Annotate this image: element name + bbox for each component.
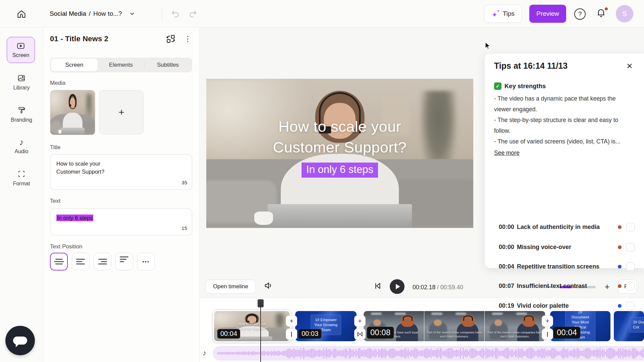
tip-item[interactable]: 00:04 Repetitive transition screens [485, 257, 644, 276]
tip-label: Insufficient text contrast [517, 283, 587, 290]
title-field[interactable]: How to scale your Customer Support? 35 [50, 154, 192, 190]
tip-checkbox[interactable] [626, 282, 635, 290]
add-scene-button[interactable]: + [354, 315, 366, 327]
timeline-clip-3[interactable]: on some companies have such loyal custom… [364, 311, 545, 341]
tab-screen[interactable]: Screen [51, 59, 98, 71]
scene-menu-button[interactable]: ⋮ [182, 32, 193, 46]
add-media-button[interactable]: + [99, 90, 144, 134]
format-icon [17, 170, 26, 178]
sidebar-item-audio[interactable]: ♪ Audio [0, 138, 43, 155]
overlay-highlight-text[interactable]: In only 6 steps [302, 163, 378, 178]
help-button[interactable]: ? [574, 8, 586, 20]
volume-button[interactable] [264, 281, 276, 293]
support-chat-button[interactable] [5, 326, 35, 355]
timeline-clip-2[interactable]: 1# Empower Your Growing Team 00:03 [295, 311, 357, 341]
sidebar-item-library[interactable]: Library [0, 74, 43, 91]
tip-checkbox[interactable] [626, 302, 635, 310]
see-more-link[interactable]: See more [494, 147, 520, 158]
close-button[interactable]: ✕ [625, 61, 635, 71]
tip-time: 00:04 [499, 263, 514, 270]
sidebar-item-branding[interactable]: Branding [0, 106, 43, 123]
text-position-left-button[interactable] [72, 253, 90, 270]
redo-button[interactable] [188, 9, 198, 19]
chevron-down-icon[interactable] [129, 11, 135, 16]
notifications-button[interactable] [596, 7, 609, 21]
music-note-icon: ♪ [203, 349, 206, 357]
tip-label: Missing voice-over [517, 244, 571, 251]
swap-layout-button[interactable] [164, 32, 177, 46]
text-position-right-button[interactable] [94, 253, 111, 270]
tip-time: 00:00 [499, 244, 514, 251]
clip-duration-badge: 00:04 [217, 329, 240, 339]
open-timeline-button[interactable]: Open timeline [205, 280, 256, 294]
media-thumbnail[interactable] [50, 90, 95, 135]
align-center-icon [55, 259, 63, 260]
open-timeline-label: Open timeline [213, 283, 248, 290]
help-icon: ? [578, 10, 582, 18]
transition-button[interactable] [354, 328, 366, 340]
sidebar-item-screen[interactable]: Screen [7, 37, 35, 63]
key-strengths-heading: ✓ Key strengths [494, 82, 546, 90]
tip-checkbox[interactable] [626, 262, 635, 271]
clip-duration-badge: 00:03 [299, 329, 321, 339]
home-button[interactable] [15, 8, 28, 20]
avatar[interactable]: S [616, 5, 633, 22]
tab-elements[interactable]: Elements [98, 59, 144, 71]
split-button[interactable] [542, 328, 553, 340]
video-preview[interactable]: How to scale your Customer Support? In o… [206, 79, 473, 228]
tip-item[interactable]: 00:19 Vivid color palette [485, 296, 644, 315]
play-button[interactable] [390, 279, 405, 294]
tip-item[interactable]: 00:07 Insufficient text contrast [485, 276, 644, 296]
text-position-top-button[interactable] [115, 253, 133, 270]
clip-duration-badge: 00:08 [367, 327, 394, 339]
speaker-icon [264, 281, 274, 291]
severity-dot [618, 225, 622, 229]
tab-subtitles[interactable]: Subtitles [145, 59, 191, 71]
breadcrumb[interactable]: Social Media / How to...? [50, 0, 135, 27]
tip-checkbox[interactable] [626, 223, 635, 231]
clip-frame: Part of the reason some companies have s… [485, 311, 545, 341]
more-text-positions-button[interactable]: ••• [137, 253, 155, 270]
text-field[interactable]: In only 6 steps 15 [50, 208, 192, 235]
notification-dot [604, 7, 608, 11]
topbar-divider [162, 7, 162, 20]
skip-to-start-button[interactable] [373, 281, 384, 292]
divider-icon [291, 332, 292, 337]
text-position-center-button[interactable] [50, 253, 68, 270]
align-top-icon [120, 256, 128, 257]
preview-button[interactable]: Preview [529, 5, 566, 23]
clip-thumbnail: 2# Doc Crit [614, 311, 644, 341]
sidebar-item-format[interactable]: Format [0, 170, 43, 187]
split-button[interactable] [286, 328, 297, 340]
close-icon: ✕ [626, 62, 633, 71]
tip-item[interactable]: 00:00 Lack of authenticity in media [485, 217, 644, 237]
add-scene-button[interactable]: + [542, 315, 553, 327]
tip-checkbox[interactable] [626, 243, 635, 251]
audio-waveform[interactable] [213, 346, 644, 361]
title-label: Title [50, 144, 61, 151]
top-bar: Social Media / How to...? ✦✦ Tips Previe… [0, 0, 644, 27]
sparkles-icon: ✦✦ [491, 9, 500, 18]
library-icon [17, 74, 26, 82]
left-nav-rail: Screen Library Branding ♪ Audio Format [0, 27, 43, 362]
tips-button[interactable]: ✦✦ Tips [484, 5, 522, 23]
tips-panel: Tips at 16:14 11/13 ✕ ✓ Key strengths - … [485, 54, 644, 268]
severity-dot [618, 284, 622, 288]
strength-item: - The use of varied screens (video, list… [494, 136, 632, 147]
tip-item[interactable]: 00:00 Missing voice-over [485, 237, 644, 257]
text-position-label: Text Position [50, 243, 82, 250]
timeline-clip-4[interactable]: 2# Document Your Most Critical Processin… [550, 311, 610, 341]
playhead[interactable] [260, 299, 261, 362]
plus-icon: + [118, 107, 124, 118]
title-field-line1: How to scale your [56, 160, 186, 168]
title-field-line2: Customer Support? [56, 168, 186, 176]
add-scene-button[interactable]: + [286, 315, 297, 327]
overlay-title-line2: Customer Support? [273, 137, 407, 158]
video-text-overlay[interactable]: How to scale your Customer Support? In o… [206, 79, 473, 228]
timeline-clip-1[interactable]: How to scale your Customer Support? 00:0… [214, 311, 290, 341]
undo-button[interactable] [170, 9, 180, 19]
audio-icon: ♪ [19, 138, 24, 146]
timeline-clip-5[interactable]: 2# Doc Crit [614, 311, 644, 341]
app-root: Social Media / How to...? ✦✦ Tips Previe… [0, 0, 644, 362]
text-position-options: ••• [50, 253, 155, 270]
